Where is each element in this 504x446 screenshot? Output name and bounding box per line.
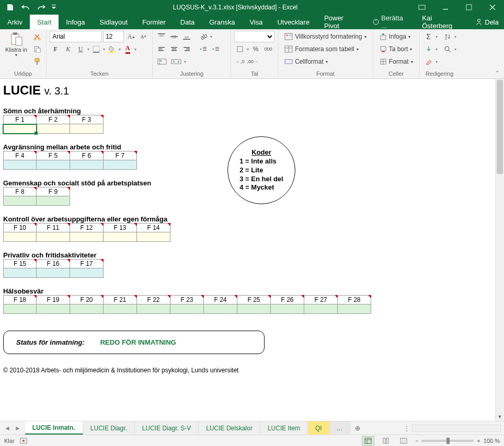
align-left-icon[interactable] [156, 43, 167, 55]
close-icon[interactable] [480, 0, 504, 15]
input-cell[interactable] [37, 160, 70, 170]
input-cell[interactable] [37, 304, 70, 314]
increase-font-icon[interactable]: A▴ [125, 31, 136, 42]
conditional-formatting-button[interactable]: Villkorsstyrd formatering ▾ [281, 31, 369, 42]
input-cell[interactable] [3, 268, 37, 278]
share-button[interactable]: Dela [470, 15, 504, 29]
collapse-ribbon-icon[interactable]: ⌃ [492, 69, 502, 76]
percent-icon[interactable]: % [250, 43, 261, 55]
input-cell[interactable] [37, 232, 70, 242]
ribbon-display-icon[interactable] [410, 0, 433, 15]
input-cell[interactable] [70, 124, 104, 134]
new-sheet-button[interactable]: ⊕ [350, 421, 365, 435]
borders-icon[interactable] [90, 43, 102, 55]
bold-button[interactable]: F [50, 43, 61, 55]
tab-data[interactable]: Data [173, 15, 202, 29]
sort-filter-icon[interactable]: AZ [442, 31, 453, 42]
sheet-tab[interactable]: LUCIE Diagr. [83, 421, 135, 435]
input-cell[interactable] [3, 196, 37, 206]
tab-split-icon[interactable]: ⋮ [402, 425, 412, 432]
input-cell[interactable] [338, 304, 371, 314]
normal-view-icon[interactable] [362, 436, 374, 445]
input-cell[interactable] [137, 232, 170, 242]
format-cells-button[interactable]: Format ▾ [376, 56, 416, 67]
maximize-icon[interactable] [457, 0, 480, 15]
tab-insert[interactable]: Infoga [59, 15, 92, 29]
underline-button[interactable]: U [75, 43, 86, 55]
tell-me[interactable]: Berätta ... [368, 15, 416, 29]
input-cell[interactable] [137, 304, 170, 314]
sheet-tab[interactable]: LUCIE Delskalor [199, 421, 260, 435]
tab-review[interactable]: Granska [202, 15, 242, 29]
input-cell[interactable] [37, 268, 70, 278]
autosum-icon[interactable]: Σ [423, 31, 434, 42]
merge-center-icon[interactable] [169, 56, 183, 67]
align-center-icon[interactable] [168, 43, 180, 55]
input-cell[interactable] [3, 160, 37, 170]
number-format-select[interactable] [234, 31, 274, 42]
zoom-slider[interactable] [421, 440, 474, 442]
wrap-text-icon[interactable]: abc [156, 56, 168, 67]
paste-button[interactable]: Klistra in▾ [3, 31, 29, 58]
input-cell[interactable] [70, 160, 104, 170]
input-cell[interactable] [70, 268, 104, 278]
page-break-view-icon[interactable] [397, 436, 410, 445]
worksheet[interactable]: LUCIE v. 3.1 Sömn och återhämtningF 1F 2… [0, 79, 495, 421]
copy-icon[interactable] [31, 43, 43, 55]
increase-decimal-icon[interactable]: ←,0 [234, 56, 246, 67]
zoom-control[interactable]: − + 100 % [415, 438, 500, 444]
delete-cells-button[interactable]: Ta bort ▾ [376, 43, 416, 55]
sheet-tab[interactable]: QI [308, 421, 330, 435]
input-cell[interactable] [104, 304, 137, 314]
find-select-icon[interactable] [442, 43, 453, 55]
align-middle-icon[interactable] [168, 31, 180, 42]
user-name[interactable]: Kai Österberg [416, 15, 470, 29]
cut-icon[interactable] [31, 31, 43, 42]
tab-formulas[interactable]: Formler [135, 15, 173, 29]
increase-indent-icon[interactable] [210, 43, 222, 55]
comma-icon[interactable]: 000 [262, 43, 274, 55]
input-cell[interactable] [70, 232, 104, 242]
redo-icon[interactable] [35, 1, 48, 14]
input-cell[interactable] [104, 160, 137, 170]
vertical-scrollbar[interactable]: ▲ ▼ [495, 79, 504, 421]
sheet-tab[interactable]: LUCIE Inmatn. [25, 421, 83, 435]
input-cell[interactable] [3, 304, 37, 314]
italic-button[interactable]: K [62, 43, 74, 55]
input-cell[interactable] [271, 304, 304, 314]
input-cell[interactable] [304, 304, 338, 314]
zoom-in-icon[interactable]: + [477, 438, 480, 444]
fill-color-icon[interactable] [106, 43, 118, 55]
input-cell[interactable] [37, 124, 70, 134]
tab-powerpivot[interactable]: Power Pivot [317, 15, 368, 29]
save-icon[interactable] [3, 1, 17, 14]
tab-file[interactable]: Arkiv [0, 15, 30, 29]
horizontal-scrollbar[interactable] [412, 425, 501, 432]
undo-icon[interactable] [19, 1, 32, 14]
input-cell[interactable] [37, 196, 70, 206]
align-bottom-icon[interactable] [181, 31, 192, 42]
tab-home[interactable]: Start [30, 15, 59, 29]
format-as-table-button[interactable]: Formatera som tabell ▾ [281, 43, 369, 55]
decrease-decimal-icon[interactable]: ,00→ [247, 56, 258, 67]
sheet-tab[interactable]: LUCIE Item [260, 421, 308, 435]
fill-icon[interactable] [423, 43, 434, 55]
font-size-input[interactable] [103, 31, 124, 42]
font-color-icon[interactable]: A [122, 43, 133, 55]
cell-styles-button[interactable]: Cellformat ▾ [281, 56, 369, 67]
accounting-format-icon[interactable] [234, 43, 246, 55]
tab-nav[interactable]: ◄► [0, 421, 25, 435]
insert-cells-button[interactable]: Infoga ▾ [376, 31, 416, 42]
format-painter-icon[interactable] [31, 56, 43, 67]
macro-record-icon[interactable] [20, 438, 27, 444]
tab-view[interactable]: Visa [242, 15, 270, 29]
more-tabs-button[interactable]: ... [330, 421, 350, 435]
input-cell[interactable] [170, 304, 204, 314]
zoom-level[interactable]: 100 % [484, 438, 500, 444]
scrollbar-thumb[interactable] [497, 80, 503, 174]
clear-icon[interactable] [423, 56, 434, 67]
tab-developer[interactable]: Utvecklare [270, 15, 316, 29]
decrease-indent-icon[interactable] [198, 43, 209, 55]
decrease-font-icon[interactable]: A▾ [138, 31, 149, 42]
qat-customize-icon[interactable] [50, 1, 58, 14]
